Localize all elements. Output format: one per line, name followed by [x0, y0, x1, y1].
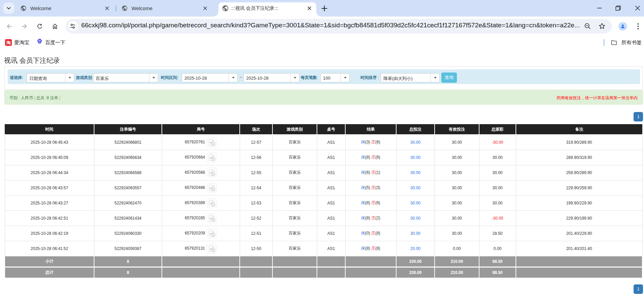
- svg-text:du: du: [38, 41, 40, 43]
- svg-text:淘: 淘: [6, 40, 11, 45]
